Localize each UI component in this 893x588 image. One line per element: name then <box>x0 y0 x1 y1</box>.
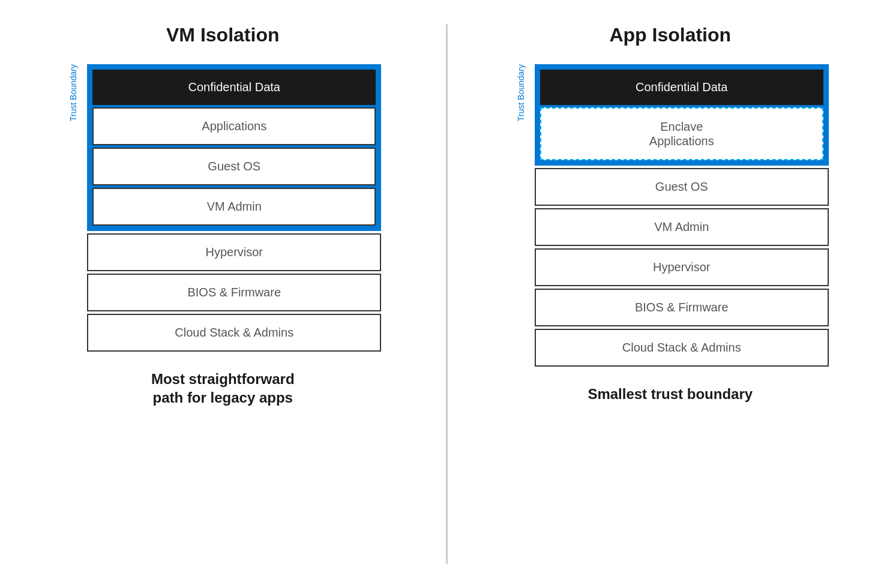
app-trust-boundary-label: Trust Boundary <box>516 64 526 121</box>
app-confidential-data: Confidential Data <box>540 70 823 105</box>
app-bios-layer: BIOS & Firmware <box>535 289 829 326</box>
vm-trust-boundary-label: Trust Boundary <box>68 64 78 121</box>
app-vmadmin-layer: VM Admin <box>535 208 829 246</box>
app-cloudstack-layer: Cloud Stack & Admins <box>535 329 829 367</box>
main-container: VM Isolation Trust Boundary Confidential… <box>0 0 893 588</box>
app-trust-box: Confidential Data Enclave Applications <box>535 64 829 166</box>
vm-isolation-column: VM Isolation Trust Boundary Confidential… <box>0 12 446 576</box>
vm-bios-layer: BIOS & Firmware <box>87 274 381 311</box>
app-guestos-layer: Guest OS <box>535 168 829 206</box>
vm-cloudstack-layer: Cloud Stack & Admins <box>87 314 381 352</box>
vm-vmadmin-layer: VM Admin <box>92 188 376 226</box>
app-isolation-title: App Isolation <box>609 24 731 46</box>
vm-isolation-title: VM Isolation <box>166 24 279 46</box>
enclave-applications-layer: Enclave Applications <box>540 107 823 160</box>
app-isolation-column: App Isolation Trust Boundary Confidentia… <box>448 12 894 576</box>
vm-isolation-subtitle: Most straightforward path for legacy app… <box>151 370 295 407</box>
vm-guestos-layer: Guest OS <box>92 148 376 185</box>
app-hypervisor-layer: Hypervisor <box>535 248 829 286</box>
vm-trust-box: Confidential Data Applications Guest OS … <box>87 64 381 231</box>
vm-applications-layer: Applications <box>92 107 376 145</box>
vm-confidential-data: Confidential Data <box>92 70 376 105</box>
vm-hypervisor-layer: Hypervisor <box>87 233 381 271</box>
app-isolation-subtitle: Smallest trust boundary <box>588 385 753 403</box>
